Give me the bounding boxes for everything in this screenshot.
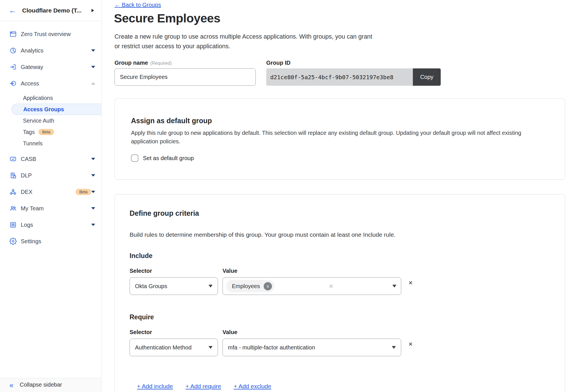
back-to-groups-link[interactable]: ← Back to Groups	[115, 2, 161, 8]
sidebar-item-label: CASB	[21, 156, 91, 162]
back-arrow-icon[interactable]: ←	[9, 7, 16, 14]
logs-icon	[9, 221, 17, 229]
dlp-icon	[9, 172, 17, 179]
collapse-sidebar-label: Collapse sidebar	[20, 381, 62, 388]
set-default-group-checkbox[interactable]	[131, 154, 138, 162]
chevron-down-icon	[91, 49, 95, 52]
dex-icon	[9, 188, 17, 196]
sidebar-item-analytics[interactable]: Analytics	[0, 42, 101, 59]
sidebar-item-label: Tags	[23, 129, 35, 135]
sidebar-item-label: Access Groups	[23, 106, 64, 113]
page-description: Create a new rule group to use across mu…	[115, 32, 372, 51]
group-id-label: Group ID	[266, 60, 291, 66]
sidebar-item-logs[interactable]: Logs	[0, 217, 101, 233]
sidebar-item-zero-trust-overview[interactable]: Zero Trust overview	[0, 26, 101, 42]
chevron-down-icon	[91, 207, 95, 209]
chevron-down-icon	[91, 191, 95, 193]
add-include-link[interactable]: + Add include	[137, 383, 173, 390]
include-heading: Include	[130, 252, 153, 260]
include-selector-dropdown[interactable]: Okta Groups	[130, 277, 218, 295]
include-value-multiselect[interactable]: Employees x ✕	[222, 277, 401, 295]
sidebar-item-label: Logs	[21, 222, 91, 228]
chevron-down-icon	[91, 174, 95, 177]
sidebar-item-label: Access	[21, 80, 91, 87]
remove-employees-tag-button[interactable]: x	[264, 282, 272, 290]
default-group-card: Assign as default group Apply this rule …	[115, 98, 565, 180]
access-icon	[9, 80, 17, 87]
set-default-group-checkbox-row[interactable]: Set as default group	[131, 154, 194, 162]
sidebar-item-casb[interactable]: CASB	[0, 151, 101, 167]
add-rule-links: + Add include + Add require + Add exclud…	[137, 383, 271, 390]
copy-button[interactable]: Copy	[413, 68, 441, 86]
criteria-card-title: Define group criteria	[130, 209, 199, 217]
sidebar-item-label: Applications	[23, 95, 53, 101]
require-value-label: Value	[222, 329, 237, 336]
group-id-value: d21ce80f-5a25-4bcf-9b07-5032197e3be8	[266, 68, 413, 86]
gateway-icon	[9, 63, 17, 71]
sidebar-item-label: Gateway	[21, 64, 91, 70]
settings-icon	[9, 238, 17, 245]
criteria-card-description: Build rules to determine membership of t…	[130, 231, 396, 238]
overview-icon	[9, 30, 17, 38]
group-name-input[interactable]	[115, 68, 256, 86]
sidebar-item-tunnels[interactable]: Tunnels	[0, 138, 101, 149]
clear-value-button[interactable]: ✕	[329, 283, 334, 290]
sidebar-item-dlp[interactable]: DLP	[0, 167, 101, 184]
chevron-down-icon	[209, 285, 213, 288]
sidebar-item-label: Tunnels	[23, 140, 43, 147]
chevron-down-icon	[209, 346, 213, 349]
sidebar-item-service-auth[interactable]: Service Auth	[0, 115, 101, 126]
collapse-sidebar-icon: «	[9, 381, 13, 389]
sidebar-item-access-groups[interactable]: Access Groups	[11, 104, 101, 115]
sidebar-item-label: Analytics	[21, 47, 91, 54]
chevron-down-icon	[91, 224, 95, 226]
page-title: Secure Employees	[114, 11, 220, 25]
sidebar-item-gateway[interactable]: Gateway	[0, 59, 101, 75]
beta-badge: Beta	[76, 189, 91, 195]
require-value-dropdown[interactable]: mfa - multiple-factor authentication	[222, 339, 401, 356]
sidebar-item-label: DEX	[21, 189, 72, 195]
sidebar: ← Cloudflare Demo (T... Zero Trust overv…	[0, 0, 102, 392]
access-sub-menu: ApplicationsAccess GroupsService AuthTag…	[0, 92, 101, 149]
chevron-down-icon	[392, 285, 396, 288]
add-exclude-link[interactable]: + Add exclude	[234, 383, 271, 390]
default-group-card-title: Assign as default group	[131, 117, 212, 125]
sidebar-item-dex[interactable]: DEXBeta	[0, 184, 101, 200]
employees-tag: Employees x	[226, 280, 274, 292]
chevron-down-icon	[91, 158, 95, 160]
sidebar-item-applications[interactable]: Applications	[0, 92, 101, 104]
chevron-down-icon	[91, 66, 95, 68]
beta-badge: Beta	[38, 129, 54, 135]
sidebar-item-label: Service Auth	[23, 118, 54, 124]
default-group-card-description: Apply this rule group to new application…	[131, 129, 549, 146]
remove-include-rule-button[interactable]: ✕	[408, 280, 413, 286]
group-id-field: d21ce80f-5a25-4bcf-9b07-5032197e3be8 Cop…	[266, 68, 441, 86]
require-heading: Require	[130, 313, 154, 321]
group-name-label: Group name(Required)	[115, 60, 172, 66]
include-selector-label: Selector	[130, 268, 152, 274]
account-expand-icon[interactable]	[91, 9, 94, 12]
criteria-card: Define group criteria Build rules to det…	[115, 194, 565, 392]
sidebar-item-settings[interactable]: Settings	[0, 233, 101, 250]
require-selector-label: Selector	[130, 329, 152, 336]
sidebar-item-tags[interactable]: TagsBeta	[0, 126, 101, 138]
remove-require-rule-button[interactable]: ✕	[408, 341, 413, 347]
require-selector-dropdown[interactable]: Authentication Method	[130, 339, 218, 356]
include-value-label: Value	[222, 268, 237, 274]
team-icon	[9, 205, 17, 212]
sidebar-item-label: My Team	[21, 205, 91, 212]
add-require-link[interactable]: + Add require	[186, 383, 221, 390]
sidebar-footer[interactable]: « Collapse sidebar	[0, 378, 101, 392]
sidebar-item-my-team[interactable]: My Team	[0, 200, 101, 217]
casb-icon	[9, 155, 17, 163]
sidebar-item-access[interactable]: Access	[0, 75, 101, 92]
main-content: ← Back to Groups Secure Employees Create…	[102, 0, 568, 392]
sidebar-item-label: Settings	[21, 238, 95, 245]
sidebar-item-label: Zero Trust overview	[21, 31, 95, 37]
sidebar-header: ← Cloudflare Demo (T...	[0, 0, 101, 21]
analytics-icon	[9, 47, 17, 54]
sidebar-item-label: DLP	[21, 172, 91, 179]
chevron-down-icon	[392, 346, 396, 349]
set-default-group-label: Set as default group	[143, 155, 194, 162]
sidebar-nav: Zero Trust overviewAnalyticsGatewayAcces…	[0, 21, 101, 250]
